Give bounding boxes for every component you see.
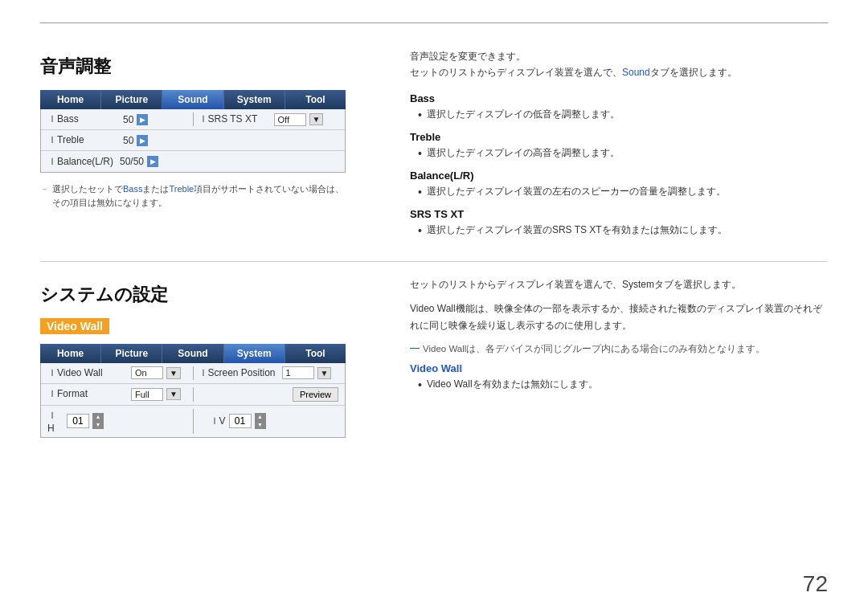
- balance-number: 50/50: [120, 156, 144, 167]
- srs-dropdown-arrow[interactable]: ▼: [309, 113, 324, 125]
- system-menu-table: Home Picture Sound System Tool ｌVideo Wa…: [40, 344, 346, 438]
- system-row-vw-split: ｌVideo Wall On ▼ ｌScreen Position 1 ▼: [47, 366, 338, 380]
- preview-half: Preview: [199, 387, 339, 402]
- vw-bullet-text: Video Wallを有効または無効にします。: [427, 378, 598, 391]
- system-left-column: システムの設定 Video Wall Home Picture Sound Sy…: [40, 276, 378, 447]
- sound-menu-table: Home Picture Sound System Tool ｌBass: [40, 90, 346, 173]
- top-divider: [40, 22, 828, 23]
- h-spin-up[interactable]: ▲: [92, 413, 104, 421]
- srs-half: ｌSRS TS XT Off ▼: [199, 112, 339, 126]
- tab-picture-sound[interactable]: Picture: [101, 90, 162, 109]
- vw-half: ｌVideo Wall On ▼: [47, 366, 188, 380]
- system-vw-section: Video Wall • Video Wallを有効または無効にします。: [410, 362, 828, 391]
- sound-balance-section: Balance(L/R) • 選択したディスプレイ装置の左右のスピーカーの音量を…: [410, 170, 828, 198]
- tab-home-system[interactable]: Home: [40, 344, 101, 363]
- sound-section-title: 音声調整: [40, 55, 378, 79]
- screen-pos-value[interactable]: 1: [282, 366, 314, 379]
- v-input[interactable]: [229, 414, 252, 428]
- video-wall-badge: Video Wall: [40, 318, 109, 334]
- treble-number: 50: [123, 135, 133, 146]
- balance-bullet-text: 選択したディスプレイ装置の左右のスピーカーの音量を調整します。: [427, 185, 726, 198]
- sound-menu-body: ｌBass 50 ▶ ｌSRS TS XT Off ▼: [40, 109, 346, 173]
- vw-bullet-dot: •: [418, 378, 422, 391]
- vw-label: ｌVideo Wall: [47, 366, 128, 380]
- sound-balance-bullet: • 選択したディスプレイ装置の左右のスピーカーの音量を調整します。: [410, 185, 828, 198]
- bass-value: 50 ▶: [123, 114, 148, 125]
- balance-bullet-dot: •: [418, 186, 422, 198]
- balance-label: ｌBalance(L/R): [47, 155, 120, 169]
- system-right-column: セットのリストからディスプレイ装置を選んで、Systemタブを選択します。 Vi…: [378, 276, 828, 447]
- vw-bullet-link: Video Wall: [427, 378, 473, 390]
- tab-sound-sound[interactable]: Sound: [162, 90, 223, 109]
- v-half: ｌV ▲ ▼: [210, 409, 339, 434]
- treble-label: ｌTreble: [47, 133, 120, 147]
- tab-tool-sound[interactable]: Tool: [285, 90, 346, 109]
- bass-number: 50: [123, 114, 133, 125]
- vw-note-text: Video Wallは、各デバイスが同じグループ内にある場合にのみ有効となります…: [423, 341, 765, 356]
- page-container: 音声調整 Home Picture Sound System Tool: [0, 0, 868, 613]
- system-desc-intro: セットのリストからディスプレイ装置を選んで、Systemタブを選択します。: [410, 276, 828, 292]
- format-label: ｌFormat: [47, 387, 128, 401]
- bass-arrow[interactable]: ▶: [137, 114, 148, 125]
- sound-row-treble-split: ｌTreble 50 ▶: [47, 133, 338, 147]
- sound-note: － 選択したセットでBassまたはTreble項目がサポートされていない場合は、…: [40, 182, 346, 209]
- sound-intro-line1: 音声設定を変更できます。: [410, 48, 828, 64]
- preview-button[interactable]: Preview: [293, 387, 338, 402]
- vw-on-value[interactable]: On: [131, 366, 163, 379]
- system-vw-note: Video Wallは、各デバイスが同じグループ内にある場合にのみ有効となります…: [410, 341, 828, 356]
- v-spin-down[interactable]: ▼: [255, 421, 266, 429]
- treble-arrow[interactable]: ▶: [137, 135, 148, 146]
- section-divider: [40, 261, 828, 262]
- tab-picture-system[interactable]: Picture: [101, 344, 162, 363]
- screen-pos-half: ｌScreen Position 1 ▼: [199, 366, 339, 380]
- sound-bass-section: Bass • 選択したディスプレイの低音を調整します。: [410, 92, 828, 121]
- system-row-vw: ｌVideo Wall On ▼ ｌScreen Position 1 ▼: [41, 363, 345, 384]
- h-label: ｌH: [47, 409, 63, 434]
- tab-home-sound[interactable]: Home: [40, 90, 101, 109]
- treble-bullet-dot: •: [418, 147, 422, 160]
- sound-treble-section: Treble • 選択したディスプレイの高音を調整します。: [410, 131, 828, 160]
- srs-link-inline: SRS TS XT: [552, 224, 602, 235]
- sound-desc-intro: 音声設定を変更できます。 セットのリストからディスプレイ装置を選んで、Sound…: [410, 48, 828, 81]
- srs-value[interactable]: Off: [274, 113, 306, 126]
- sound-srs-title: SRS TS XT: [410, 208, 828, 220]
- format-value[interactable]: Full: [131, 388, 163, 401]
- system-row-hv: ｌH ▲ ▼ ｌV: [41, 406, 345, 437]
- sound-intro-line2: セットのリストからディスプレイ装置を選んで、Soundタブを選択します。: [410, 64, 828, 80]
- vw-dropdown-arrow[interactable]: ▼: [166, 367, 181, 379]
- system-row-hv-split: ｌH ▲ ▼ ｌV: [47, 409, 338, 434]
- treble-value: 50 ▶: [123, 135, 148, 146]
- system-link: System: [622, 279, 654, 290]
- treble-bullet-text: 選択したディスプレイの高音を調整します。: [427, 146, 620, 160]
- system-vw-bullet: • Video Wallを有効または無効にします。: [410, 378, 828, 391]
- screen-pos-dropdown-arrow[interactable]: ▼: [317, 367, 332, 379]
- format-dropdown-arrow[interactable]: ▼: [166, 388, 181, 400]
- v-spin-up[interactable]: ▲: [255, 413, 266, 421]
- system-section: システムの設定 Video Wall Home Picture Sound Sy…: [40, 276, 828, 447]
- tab-system-sound[interactable]: System: [224, 90, 285, 109]
- h-input[interactable]: [67, 414, 89, 428]
- system-row-format: ｌFormat Full ▼ Preview: [41, 384, 345, 406]
- system-tab-bar: Home Picture Sound System Tool: [40, 344, 346, 363]
- h-spin-down[interactable]: ▼: [92, 421, 104, 429]
- balance-arrow[interactable]: ▶: [147, 156, 158, 167]
- page-number: 72: [803, 571, 828, 597]
- h-half: ｌH ▲ ▼: [47, 409, 177, 434]
- balance-value: 50/50 ▶: [120, 156, 158, 167]
- sound-row-bass-split: ｌBass 50 ▶ ｌSRS TS XT Off ▼: [47, 112, 338, 126]
- sound-treble-title: Treble: [410, 131, 828, 143]
- sound-right-column: 音声設定を変更できます。 セットのリストからディスプレイ装置を選んで、Sound…: [378, 48, 828, 247]
- sound-note-text: － 選択したセットでBassまたはTreble項目がサポートされていない場合は、…: [40, 182, 346, 209]
- sound-row-treble: ｌTreble 50 ▶: [41, 130, 345, 151]
- sound-row-balance: ｌBalance(L/R) 50/50 ▶: [41, 151, 345, 172]
- sound-bass-bullet: • 選択したディスプレイの低音を調整します。: [410, 108, 828, 121]
- tab-system-system[interactable]: System: [224, 344, 285, 363]
- bass-bullet-text: 選択したディスプレイの低音を調整します。: [427, 108, 620, 121]
- bass-label: ｌBass: [47, 112, 120, 126]
- srs-bullet-dot: •: [418, 224, 422, 237]
- srs-label: ｌSRS TS XT: [199, 112, 271, 126]
- vw-feature-link: Video Wall: [410, 303, 456, 314]
- tab-tool-system[interactable]: Tool: [285, 344, 346, 363]
- tab-sound-system[interactable]: Sound: [162, 344, 223, 363]
- sound-left-column: 音声調整 Home Picture Sound System Tool: [40, 48, 378, 247]
